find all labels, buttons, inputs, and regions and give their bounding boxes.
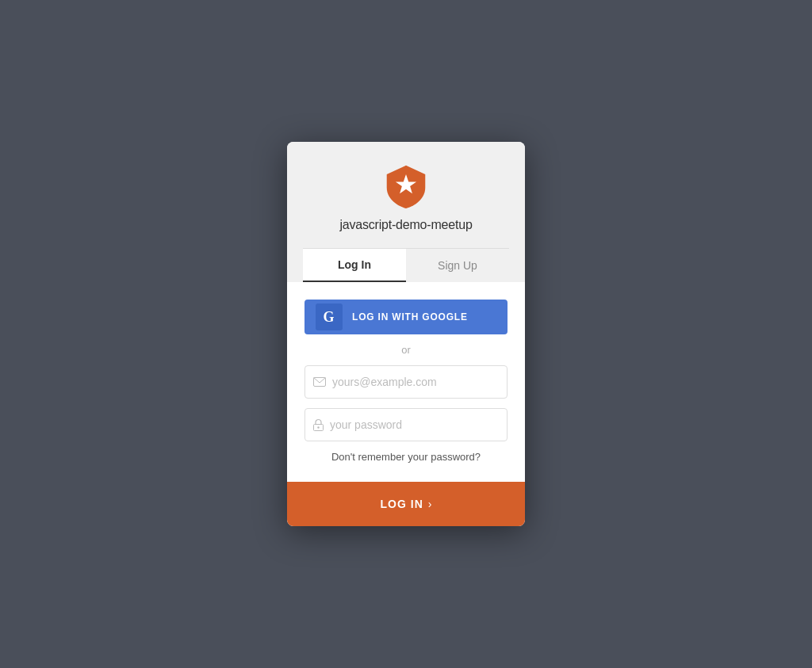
tab-signup[interactable]: Sign Up [406,249,509,282]
google-login-button[interactable]: G LOG IN WITH GOOGLE [304,300,508,334]
card-header: javascript-demo-meetup Log In Sign Up [287,142,525,282]
login-card: javascript-demo-meetup Log In Sign Up G … [287,142,525,526]
login-submit-button[interactable]: LOG IN › [287,482,525,526]
card-body: G LOG IN WITH GOOGLE or [287,282,525,482]
logo-icon [384,164,428,208]
password-input[interactable] [330,418,499,431]
auth-tabs: Log In Sign Up [303,248,509,282]
svg-point-3 [317,426,319,428]
login-button-label: LOG IN [381,498,423,510]
password-input-wrapper [304,408,508,441]
lock-icon [313,418,324,431]
tab-login[interactable]: Log In [303,249,406,282]
email-input[interactable] [332,376,499,388]
app-title: javascript-demo-meetup [339,218,472,232]
chevron-right-icon: › [428,498,432,510]
email-input-wrapper [304,365,508,399]
google-icon: G [316,303,343,330]
email-icon [313,377,326,387]
forgot-password-link[interactable]: Don't remember your password? [304,451,508,463]
google-button-label: LOG IN WITH GOOGLE [352,311,468,323]
or-divider: or [304,344,508,356]
